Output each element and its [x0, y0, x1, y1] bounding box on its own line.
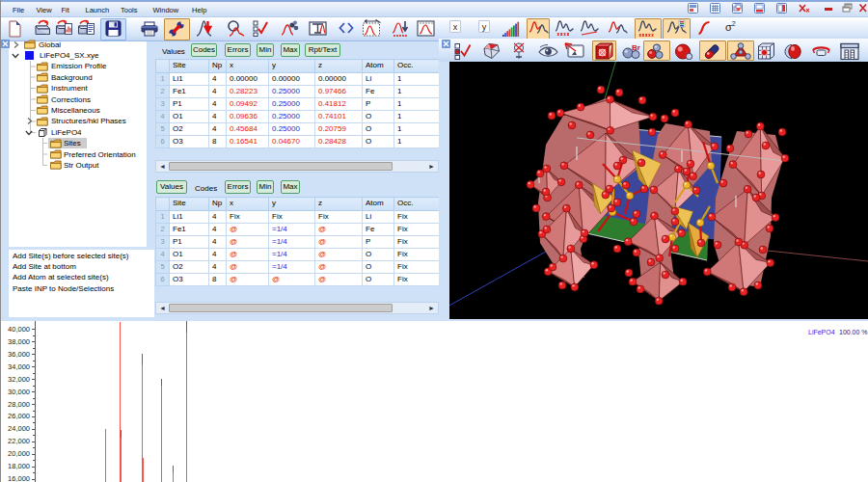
svg-text:Br: Br: [632, 43, 640, 52]
